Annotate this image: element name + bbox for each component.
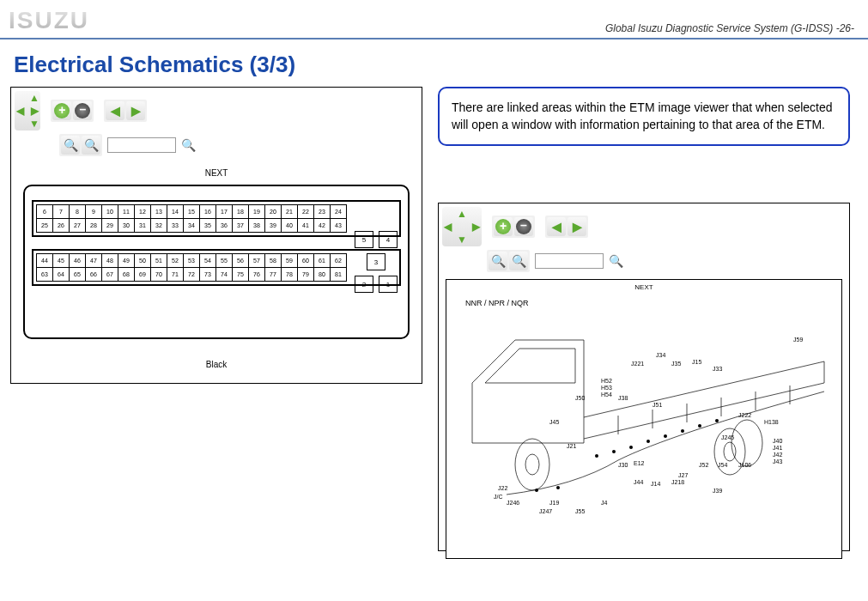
pin-cell[interactable]: 56 bbox=[233, 254, 249, 268]
pin-cell[interactable]: 81 bbox=[331, 268, 347, 282]
pin-block-top[interactable]: 6789101112131415161718192021222324252627… bbox=[32, 200, 401, 237]
pin-cell[interactable]: 39 bbox=[265, 219, 282, 233]
zoom-in-button[interactable]: + bbox=[52, 101, 71, 120]
chassis-diagram[interactable]: NEXT NNR / NPR / NQR bbox=[446, 279, 842, 559]
pan-up-icon[interactable]: ▲ bbox=[29, 92, 39, 104]
pin-cell[interactable]: 18 bbox=[233, 205, 249, 219]
pin-cell[interactable]: 54 bbox=[200, 254, 216, 268]
pin-cell[interactable]: 12 bbox=[135, 205, 151, 219]
search-icon[interactable]: 🔍 bbox=[181, 138, 196, 152]
zoom-fit-button[interactable]: 🔍 bbox=[82, 136, 100, 155]
pin-cell[interactable]: 60 bbox=[298, 254, 314, 268]
search-input[interactable] bbox=[107, 137, 176, 153]
search-icon[interactable]: 🔍 bbox=[609, 254, 623, 268]
pin-cell[interactable]: 70 bbox=[151, 268, 167, 282]
search-input[interactable] bbox=[535, 253, 604, 269]
pin-cell[interactable]: 28 bbox=[86, 219, 102, 233]
pin-cell[interactable]: 62 bbox=[331, 254, 347, 268]
pin-cell[interactable]: 50 bbox=[135, 254, 151, 268]
pan-right-icon[interactable]: ▶ bbox=[31, 105, 39, 117]
pin-cell[interactable]: 8 bbox=[70, 205, 86, 219]
pin-cell[interactable]: 45 bbox=[53, 254, 70, 268]
zoom-out-button[interactable]: – bbox=[73, 101, 92, 120]
pin-cell[interactable]: 16 bbox=[200, 205, 216, 219]
pin-cell[interactable]: 59 bbox=[282, 254, 298, 268]
pin-cell[interactable]: 43 bbox=[331, 219, 347, 233]
pin-cell[interactable]: 32 bbox=[151, 219, 167, 233]
pin-cell[interactable]: 44 bbox=[37, 254, 53, 268]
pin-cell[interactable]: 20 bbox=[265, 205, 282, 219]
pin-cell[interactable]: 46 bbox=[70, 254, 86, 268]
pin-cell[interactable]: 30 bbox=[118, 219, 135, 233]
pin-cell[interactable]: 65 bbox=[70, 268, 86, 282]
pin-cell[interactable]: 36 bbox=[216, 219, 233, 233]
pin-cell[interactable]: 19 bbox=[249, 205, 265, 219]
pin-cell[interactable]: 76 bbox=[249, 268, 265, 282]
connector-diagram[interactable]: 6789101112131415161718192021222324252627… bbox=[23, 185, 410, 339]
pin-cell[interactable]: 13 bbox=[151, 205, 167, 219]
pin-1[interactable]: 1 bbox=[379, 276, 398, 293]
pin-cell[interactable]: 77 bbox=[265, 268, 282, 282]
zoom-fit-button[interactable]: 🔍 bbox=[509, 252, 528, 270]
pin-cell[interactable]: 34 bbox=[184, 219, 200, 233]
pin-cell[interactable]: 58 bbox=[265, 254, 282, 268]
pin-cell[interactable]: 48 bbox=[102, 254, 118, 268]
pin-cell[interactable]: 80 bbox=[314, 268, 331, 282]
pan-left-icon[interactable]: ◀ bbox=[444, 221, 452, 233]
side-pins[interactable]: 5 4 3 2 1 bbox=[355, 231, 398, 293]
pin-4[interactable]: 4 bbox=[379, 231, 398, 248]
pin-cell[interactable]: 78 bbox=[282, 268, 298, 282]
pin-cell[interactable]: 21 bbox=[282, 205, 298, 219]
pin-cell[interactable]: 63 bbox=[37, 268, 53, 282]
pin-cell[interactable]: 37 bbox=[233, 219, 249, 233]
pin-cell[interactable]: 52 bbox=[167, 254, 184, 268]
pin-cell[interactable]: 33 bbox=[167, 219, 184, 233]
prev-button[interactable]: ◀ bbox=[106, 101, 124, 120]
pan-control[interactable]: ▲ ▼ ◀ ▶ bbox=[442, 207, 482, 246]
pan-right-icon[interactable]: ▶ bbox=[472, 221, 480, 233]
pin-cell[interactable]: 27 bbox=[70, 219, 86, 233]
pin-cell[interactable]: 31 bbox=[135, 219, 151, 233]
pin-cell[interactable]: 22 bbox=[298, 205, 314, 219]
pin-cell[interactable]: 11 bbox=[118, 205, 135, 219]
pan-down-icon[interactable]: ▼ bbox=[29, 118, 39, 130]
pin-cell[interactable]: 71 bbox=[167, 268, 184, 282]
pin-cell[interactable]: 41 bbox=[298, 219, 314, 233]
pin-cell[interactable]: 61 bbox=[314, 254, 331, 268]
zoom-out-button[interactable]: – bbox=[514, 217, 533, 236]
pin-cell[interactable]: 72 bbox=[184, 268, 200, 282]
pin-cell[interactable]: 75 bbox=[233, 268, 249, 282]
zoom-in-button[interactable]: + bbox=[494, 217, 513, 236]
pin-cell[interactable]: 66 bbox=[86, 268, 102, 282]
pin-cell[interactable]: 14 bbox=[167, 205, 184, 219]
zoom-reset-button[interactable]: 🔍 bbox=[489, 252, 507, 270]
pin-cell[interactable]: 9 bbox=[86, 205, 102, 219]
pin-cell[interactable]: 40 bbox=[282, 219, 298, 233]
pin-cell[interactable]: 29 bbox=[102, 219, 118, 233]
pin-cell[interactable]: 42 bbox=[314, 219, 331, 233]
pin-cell[interactable]: 38 bbox=[249, 219, 265, 233]
pin-cell[interactable]: 23 bbox=[314, 205, 331, 219]
pin-block-bottom[interactable]: 4445464748495051525354555657585960616263… bbox=[32, 249, 401, 286]
prev-button[interactable]: ◀ bbox=[547, 217, 566, 236]
pin-2[interactable]: 2 bbox=[355, 276, 373, 293]
pin-3[interactable]: 3 bbox=[367, 253, 385, 270]
pin-cell[interactable]: 53 bbox=[184, 254, 200, 268]
pin-cell[interactable]: 74 bbox=[216, 268, 233, 282]
next-button[interactable]: ▶ bbox=[126, 101, 145, 120]
pin-5[interactable]: 5 bbox=[355, 231, 373, 248]
pin-cell[interactable]: 69 bbox=[135, 268, 151, 282]
pin-cell[interactable]: 7 bbox=[53, 205, 70, 219]
pin-cell[interactable]: 73 bbox=[200, 268, 216, 282]
pan-left-icon[interactable]: ◀ bbox=[16, 105, 24, 117]
pin-cell[interactable]: 17 bbox=[216, 205, 233, 219]
pin-cell[interactable]: 15 bbox=[184, 205, 200, 219]
pin-cell[interactable]: 24 bbox=[331, 205, 347, 219]
pin-cell[interactable]: 67 bbox=[102, 268, 118, 282]
pin-cell[interactable]: 10 bbox=[102, 205, 118, 219]
pin-cell[interactable]: 55 bbox=[216, 254, 233, 268]
pin-cell[interactable]: 35 bbox=[200, 219, 216, 233]
pan-control[interactable]: ▲ ▼ ◀ ▶ bbox=[15, 91, 40, 131]
pin-cell[interactable]: 79 bbox=[298, 268, 314, 282]
pin-cell[interactable]: 51 bbox=[151, 254, 167, 268]
